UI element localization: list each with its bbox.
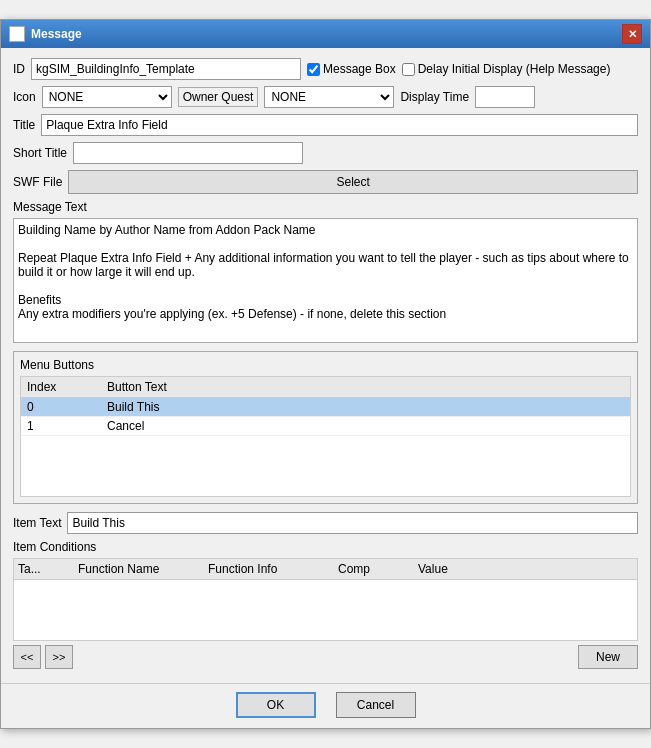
message-box-label: Message Box: [323, 62, 396, 76]
message-box-check-wrap: Message Box: [307, 62, 396, 76]
display-time-label: Display Time: [400, 90, 469, 104]
display-time-input[interactable]: [475, 86, 535, 108]
icon-label: Icon: [13, 90, 36, 104]
title-row: Title: [13, 114, 638, 136]
cond-col-comp: Comp: [338, 562, 418, 576]
item-conditions-section: Item Conditions Ta... Function Name Func…: [13, 540, 638, 641]
table-row[interactable]: 0 Build This: [21, 398, 630, 417]
window-title: Message: [31, 27, 82, 41]
item-conditions-label: Item Conditions: [13, 540, 638, 554]
dialog-content: ID Message Box Delay Initial Display (He…: [1, 48, 650, 679]
id-row: ID Message Box Delay Initial Display (He…: [13, 58, 638, 80]
cond-col-function-info: Function Info: [208, 562, 338, 576]
owner-quest-label: Owner Quest: [183, 90, 254, 104]
message-box-checkbox[interactable]: [307, 63, 320, 76]
cancel-button[interactable]: Cancel: [336, 692, 416, 718]
title-bar-left: 🗨 Message: [9, 26, 82, 42]
bottom-nav: << >> New: [13, 645, 638, 669]
message-text-box: Building Name by Author Name from Addon …: [13, 218, 638, 343]
delay-display-checkbox[interactable]: [402, 63, 415, 76]
table-row[interactable]: 1 Cancel: [21, 417, 630, 436]
prev-prev-button[interactable]: <<: [13, 645, 41, 669]
item-text-label: Item Text: [13, 516, 61, 530]
button-text-col-header: Button Text: [107, 380, 624, 394]
icon-row: Icon NONE Owner Quest NONE Display Time: [13, 86, 638, 108]
short-title-label: Short Title: [13, 146, 67, 160]
window-icon: 🗨: [9, 26, 25, 42]
owner-quest-select[interactable]: NONE: [264, 86, 394, 108]
item-text-input[interactable]: [67, 512, 638, 534]
menu-buttons-label: Menu Buttons: [20, 358, 631, 372]
row-button-text: Cancel: [107, 419, 624, 433]
icon-select[interactable]: NONE: [42, 86, 172, 108]
cond-col-function-name: Function Name: [78, 562, 208, 576]
menu-buttons-section: Menu Buttons Index Button Text 0 Build T…: [13, 351, 638, 504]
message-text-section: Message Text Building Name by Author Nam…: [13, 200, 638, 343]
swf-row: SWF File Select: [13, 170, 638, 194]
owner-quest-group: Owner Quest: [178, 87, 259, 107]
new-button[interactable]: New: [578, 645, 638, 669]
title-label: Title: [13, 118, 35, 132]
next-next-button[interactable]: >>: [45, 645, 73, 669]
cond-col-value: Value: [418, 562, 633, 576]
title-bar: 🗨 Message ✕: [1, 20, 650, 48]
table-header: Index Button Text: [21, 377, 630, 398]
index-col-header: Index: [27, 380, 107, 394]
nav-buttons: << >>: [13, 645, 73, 669]
item-text-row: Item Text: [13, 512, 638, 534]
cond-col-ta: Ta...: [18, 562, 78, 576]
id-input[interactable]: [31, 58, 301, 80]
conditions-body: [14, 580, 637, 640]
delay-display-check-wrap: Delay Initial Display (Help Message): [402, 62, 611, 76]
ok-button[interactable]: OK: [236, 692, 316, 718]
table-empty-space: [21, 436, 630, 496]
id-label: ID: [13, 62, 25, 76]
swf-select-button[interactable]: Select: [68, 170, 638, 194]
conditions-header: Ta... Function Name Function Info Comp V…: [14, 559, 637, 580]
message-text-area[interactable]: Building Name by Author Name from Addon …: [14, 219, 637, 339]
message-dialog: 🗨 Message ✕ ID Message Box Delay Initial…: [0, 19, 651, 729]
row-index: 1: [27, 419, 107, 433]
row-index: 0: [27, 400, 107, 414]
short-title-input[interactable]: [73, 142, 303, 164]
menu-buttons-table: Index Button Text 0 Build This 1 Cancel: [20, 376, 631, 497]
title-input[interactable]: [41, 114, 638, 136]
close-button[interactable]: ✕: [622, 24, 642, 44]
message-text-label: Message Text: [13, 200, 638, 214]
delay-display-label: Delay Initial Display (Help Message): [418, 62, 611, 76]
conditions-table: Ta... Function Name Function Info Comp V…: [13, 558, 638, 641]
short-title-row: Short Title: [13, 142, 638, 164]
dialog-buttons: OK Cancel: [1, 683, 650, 728]
swf-label: SWF File: [13, 175, 62, 189]
row-button-text: Build This: [107, 400, 624, 414]
